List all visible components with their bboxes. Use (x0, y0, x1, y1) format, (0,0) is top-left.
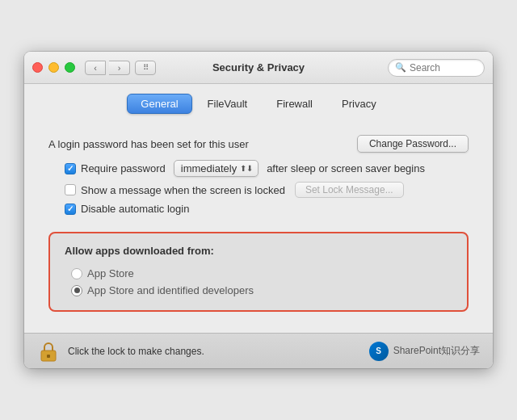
lock-icon-container[interactable] (37, 340, 60, 363)
disable-autologin-checkbox[interactable] (65, 204, 76, 215)
window-title: Security & Privacy (212, 61, 305, 74)
tab-general[interactable]: General (127, 94, 191, 114)
password-row: A login password has been set for this u… (48, 130, 469, 158)
sharepoint-text: SharePoint知识分享 (393, 344, 480, 358)
allow-apps-section: Allow apps downloaded from: App Store Ap… (48, 232, 469, 312)
allow-apps-title: Allow apps downloaded from: (65, 245, 452, 257)
forward-button[interactable]: › (109, 61, 130, 75)
radio-appstore[interactable] (71, 268, 82, 279)
change-password-button[interactable]: Change Password... (357, 135, 469, 153)
search-input[interactable] (410, 62, 477, 74)
footer: Click the lock to make changes. S ShareP… (24, 333, 493, 368)
radio-appstore-developers[interactable] (71, 285, 82, 296)
sharepoint-logo: S SharePoint知识分享 (369, 342, 480, 361)
nav-buttons: ‹ › (85, 61, 130, 75)
close-button[interactable] (32, 62, 43, 73)
search-box[interactable]: 🔍 (388, 59, 485, 77)
tab-firewall[interactable]: Firewall (263, 94, 326, 114)
grid-button[interactable]: ⠿ (135, 61, 156, 75)
tab-privacy[interactable]: Privacy (328, 94, 390, 114)
minimize-button[interactable] (48, 62, 59, 73)
footer-lock-text: Click the lock to make changes. (68, 346, 204, 357)
show-message-checkbox[interactable] (65, 184, 76, 195)
sharepoint-icon: S (369, 342, 389, 361)
radio-appstore-developers-row[interactable]: App Store and identified developers (65, 282, 452, 299)
back-button[interactable]: ‹ (85, 61, 106, 75)
require-password-checkbox[interactable] (65, 163, 76, 174)
titlebar: ‹ › ⠿ Security & Privacy 🔍 (24, 52, 493, 84)
dropdown-arrow-icon: ⬆⬇ (240, 164, 253, 173)
immediately-dropdown[interactable]: immediately ⬆⬇ (174, 160, 258, 177)
set-lock-message-button: Set Lock Message... (295, 182, 404, 198)
radio-appstore-developers-label: App Store and identified developers (87, 284, 254, 296)
after-label: after sleep or screen saver begins (267, 162, 425, 174)
show-message-label: Show a message when the screen is locked (81, 184, 285, 196)
require-password-row: Require password immediately ⬆⬇ after sl… (48, 158, 469, 179)
password-description: A login password has been set for this u… (48, 138, 249, 150)
show-message-row: Show a message when the screen is locked… (48, 179, 469, 200)
content-area: A login password has been set for this u… (24, 122, 493, 333)
immediately-value: immediately (181, 162, 237, 174)
radio-appstore-row[interactable]: App Store (65, 265, 452, 282)
traffic-lights (32, 62, 75, 73)
disable-autologin-label: Disable automatic login (81, 203, 189, 215)
search-icon: 🔍 (395, 62, 406, 73)
lock-icon (40, 341, 57, 362)
require-password-label: Require password (81, 162, 166, 174)
disable-autologin-row: Disable automatic login (48, 200, 469, 217)
svg-rect-1 (47, 355, 50, 358)
tab-filevault[interactable]: FileVault (194, 94, 262, 114)
tabbar: General FileVault Firewall Privacy (24, 84, 493, 122)
maximize-button[interactable] (65, 62, 75, 73)
security-privacy-window: ‹ › ⠿ Security & Privacy 🔍 General FileV… (24, 52, 493, 368)
radio-appstore-label: App Store (87, 267, 134, 279)
